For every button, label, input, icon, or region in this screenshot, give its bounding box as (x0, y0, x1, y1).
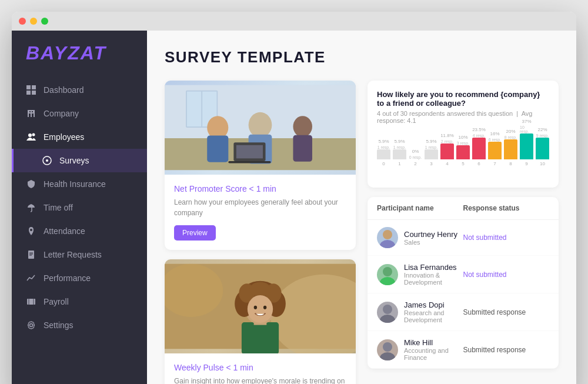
svg-point-58 (380, 277, 395, 285)
bar-count: 10 resp. (520, 125, 533, 133)
bar (456, 145, 470, 159)
svg-rect-7 (29, 111, 31, 112)
bar (440, 143, 454, 159)
titlebar (12, 12, 576, 31)
svg-rect-31 (207, 136, 228, 162)
bar-label: 7 (493, 161, 496, 166)
participant-dept: Accounting and Finance (404, 347, 463, 361)
bar-label: 1 (398, 161, 400, 166)
svg-rect-35 (293, 135, 312, 162)
app-window: BAYZAT Dashboard Company Emplo (12, 12, 576, 384)
bar (504, 139, 517, 159)
sidebar-item-time-off[interactable]: Time off (12, 196, 147, 219)
sidebar-item-label: Letter Requests (44, 250, 102, 259)
sidebar-item-letter-requests[interactable]: Letter Requests (12, 243, 147, 266)
sidebar-item-payroll[interactable]: Payroll (12, 290, 147, 313)
svg-point-32 (249, 112, 272, 138)
svg-point-23 (30, 324, 33, 327)
svg-point-34 (293, 116, 312, 137)
participant-dept: Research and Development (404, 309, 463, 323)
bar-group: 5.9% 1 resp. 3 (425, 139, 438, 166)
bar-label: 5 (462, 161, 464, 166)
svg-point-20 (30, 300, 33, 303)
bar-group: 5.9% 1 resp. 1 (393, 139, 406, 166)
nps-card-body: Net Promoter Score < 1 min Learn how you… (165, 175, 356, 250)
participant-info: Mike Hill Accounting and Finance (377, 338, 463, 361)
bar (488, 142, 502, 159)
svg-rect-1 (32, 85, 36, 89)
participant-dept: Sales (404, 239, 457, 246)
bar-pct: 5.9% (378, 139, 389, 144)
close-dot[interactable] (19, 18, 26, 25)
bar-label: 10 (540, 161, 545, 166)
participant-details: Mike Hill Accounting and Finance (404, 338, 463, 361)
bar-group: 16% 6 resp. 7 (488, 131, 502, 166)
sidebar: BAYZAT Dashboard Company Emplo (12, 31, 147, 384)
svg-rect-4 (28, 110, 35, 117)
file-icon (26, 249, 36, 260)
sidebar-item-company[interactable]: Company (12, 102, 147, 125)
sidebar-item-settings[interactable]: Settings (12, 313, 147, 337)
weekly-pulse-card-image (165, 259, 356, 353)
table-row: Courtney Henry Sales Not submitted (368, 220, 559, 256)
bar-pct: 11.8% (440, 133, 454, 138)
bar-label: 4 (446, 161, 448, 166)
bar-group: 11.8% 2 resp. 4 (440, 133, 454, 166)
weekly-pulse-card-desc: Gain insight into how employee's morale … (174, 376, 346, 384)
bar-count: 2 resp. (441, 139, 453, 143)
participant-name: Lisa Fernandes (404, 263, 463, 272)
shield-icon (26, 179, 36, 189)
participant-details: Courtney Henry Sales (404, 230, 457, 246)
nps-card-image (165, 81, 356, 175)
bar (472, 138, 486, 159)
col-header-name: Participant name (377, 204, 463, 212)
weekly-pulse-card: Weekly Pulse < 1 min Gain insight into h… (165, 259, 356, 384)
grid-icon (26, 85, 36, 95)
bar (520, 133, 533, 159)
template-cards-column: Net Promoter Score < 1 min Learn how you… (165, 81, 356, 384)
participant-name: Courtney Henry (404, 230, 457, 239)
participant-details: Lisa Fernandes Innovation & Development (404, 263, 463, 286)
participant-name: James Dopi (404, 300, 463, 309)
nps-preview-button[interactable]: Preview (174, 225, 216, 241)
participant-details: James Dopi Research and Development (404, 300, 463, 323)
svg-point-59 (383, 305, 392, 314)
svg-rect-8 (32, 111, 33, 112)
sidebar-item-label: Health Insurance (44, 179, 106, 189)
sidebar-item-dashboard[interactable]: Dashboard (12, 78, 147, 102)
sidebar-item-label: Dashboard (44, 85, 84, 95)
bar (425, 149, 438, 159)
minimize-dot[interactable] (30, 18, 37, 25)
svg-point-56 (380, 240, 395, 248)
bar-label: 2 (414, 161, 416, 166)
chart-icon (26, 273, 36, 283)
maximize-dot[interactable] (41, 18, 48, 25)
participant-info: Lisa Fernandes Innovation & Development (377, 263, 463, 286)
weekly-pulse-card-body: Weekly Pulse < 1 min Gain insight into h… (165, 353, 356, 384)
participant-info: James Dopi Research and Development (377, 300, 463, 323)
bar-pct: 10% (458, 135, 467, 140)
sidebar-item-health-insurance[interactable]: Health Insurance (12, 172, 147, 196)
sidebar-item-surveys[interactable]: Surveys (12, 149, 147, 172)
bar-pct: 23.5% (472, 127, 486, 132)
sidebar-item-performance[interactable]: Performance (12, 266, 147, 290)
bar-pct: 5.9% (394, 139, 405, 144)
surveys-icon (42, 155, 52, 166)
svg-point-14 (30, 229, 32, 231)
bar-group: 22% 9 resp. 10 (536, 127, 549, 166)
svg-rect-27 (187, 92, 201, 127)
bar-label: 6 (477, 161, 480, 166)
sidebar-item-label: Employees (44, 132, 84, 142)
logo: BAYZAT (12, 42, 147, 78)
sidebar-item-employees[interactable]: Employees (12, 125, 147, 149)
chart-bars: 5.9% 1 resp. 0 5.9% 1 resp. 1 0% 0 resp.… (377, 131, 549, 178)
status-badge: Submitted response (463, 346, 550, 354)
svg-rect-2 (26, 91, 31, 95)
bar-group: 5.9% 1 resp. 0 (377, 139, 390, 166)
bar-label: 3 (430, 161, 432, 166)
bar-count: 9 resp. (536, 133, 549, 138)
sidebar-item-attendance[interactable]: Attendance (12, 219, 147, 243)
table-row: James Dopi Research and Development Subm… (368, 293, 559, 331)
svg-point-55 (383, 230, 392, 239)
avatar-svg (377, 227, 398, 248)
